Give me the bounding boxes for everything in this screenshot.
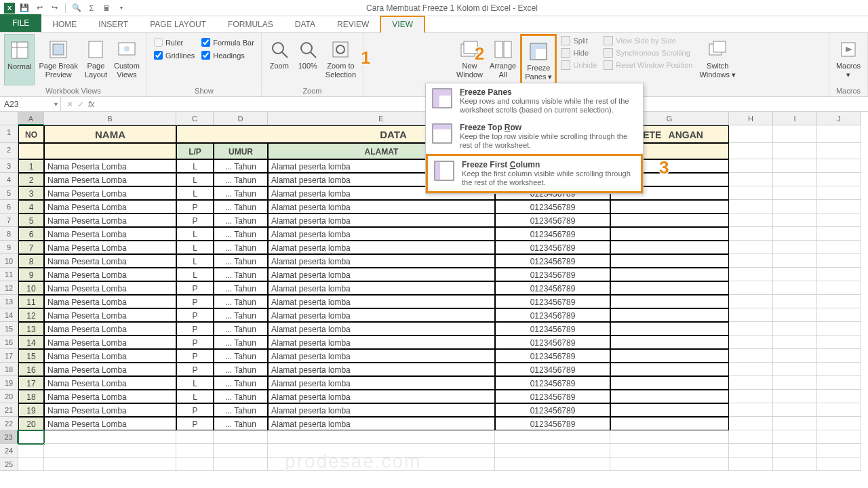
cell-umur[interactable]: ... Tahun [214,268,268,281]
tab-data[interactable]: DATA [284,17,326,32]
cell-alamat[interactable]: Alamat peserta lomba [268,281,495,295]
cell-no[interactable]: 3 [18,186,44,200]
cell-lp[interactable]: L [176,159,214,173]
cell[interactable] [176,458,214,471]
col-header-D[interactable]: D [214,112,268,125]
row-header[interactable]: 17 [0,349,18,363]
cell-umur[interactable]: ... Tahun [214,376,268,390]
undo-icon[interactable]: ↩ [34,3,45,14]
cell[interactable] [610,444,729,458]
row-header[interactable]: 7 [0,214,18,227]
cell[interactable] [773,403,817,417]
cell-nama[interactable]: Nama Peserta Lomba [44,281,176,295]
cell[interactable] [44,430,176,444]
cell[interactable] [773,268,817,281]
cell[interactable] [729,349,773,363]
cell[interactable] [773,295,817,308]
row-header[interactable]: 14 [0,308,18,322]
tab-file[interactable]: FILE [0,14,41,32]
cell[interactable] [729,173,773,186]
cell[interactable] [817,227,861,241]
cell-umur[interactable]: ... Tahun [214,363,268,376]
tab-formulas[interactable]: FORMULAS [217,17,284,32]
cell[interactable] [729,430,773,444]
gridlines-checkbox[interactable]: Gridlines [151,49,197,61]
cell-nama[interactable]: Nama Peserta Lomba [44,322,176,336]
cell[interactable] [773,159,817,173]
cell[interactable] [214,444,268,458]
switch-windows-button[interactable]: Switch Windows ▾ [696,34,738,85]
row-header[interactable]: 20 [0,390,18,403]
cell[interactable] [773,200,817,214]
freeze-first-column-item[interactable]: Freeze First Column Keep the first colum… [426,154,643,193]
cell-alamat[interactable]: Alamat peserta lomba [268,403,495,417]
cell-umur[interactable]: ... Tahun [214,241,268,254]
cell-ket[interactable] [610,376,729,390]
qat-dropdown-icon[interactable]: ▾ [116,3,127,14]
col-header-A[interactable]: A [18,112,44,125]
cell[interactable] [18,430,44,444]
normal-view-button[interactable]: Normal [4,34,35,85]
row-header[interactable]: 23 [0,430,18,444]
cell[interactable] [495,458,610,471]
cell-telp[interactable]: 0123456789 [495,322,610,336]
cell-no[interactable]: 2 [18,173,44,186]
cell-no[interactable]: 5 [18,214,44,227]
cell-umur[interactable]: ... Tahun [214,214,268,227]
tab-home[interactable]: HOME [41,17,87,32]
cell-telp[interactable]: 0123456789 [495,376,610,390]
cell[interactable] [729,159,773,173]
save-icon[interactable]: 💾 [19,3,30,14]
cell-ket[interactable] [610,322,729,336]
cell-telp[interactable]: 0123456789 [495,403,610,417]
cell-telp[interactable]: 0123456789 [495,241,610,254]
cell[interactable] [773,444,817,458]
cell[interactable] [18,444,44,458]
synchronous-scrolling-button[interactable]: Synchronous Scrolling [601,47,695,58]
cancel-formula-icon[interactable]: ✕ [66,100,73,109]
cell[interactable] [773,241,817,254]
cell[interactable] [729,268,773,281]
cell[interactable] [729,322,773,336]
cell-no[interactable]: 7 [18,241,44,254]
name-box-dropdown-icon[interactable]: ▼ [53,101,59,108]
cell[interactable] [817,444,861,458]
cell[interactable] [773,173,817,186]
cell[interactable] [817,214,861,227]
cell[interactable] [817,390,861,403]
cell[interactable] [610,430,729,444]
cell[interactable] [729,376,773,390]
cell-lp[interactable]: P [176,363,214,376]
cell-lp[interactable]: L [176,186,214,200]
cell-ket[interactable] [610,295,729,308]
cell-nama[interactable]: Nama Peserta Lomba [44,308,176,322]
cell[interactable] [773,430,817,444]
cell-no[interactable]: 15 [18,349,44,363]
cell-ket[interactable] [610,403,729,417]
cell[interactable] [817,186,861,200]
cell-alamat[interactable]: Alamat peserta lomba [268,376,495,390]
cell-nama[interactable]: Nama Peserta Lomba [44,376,176,390]
cell[interactable] [44,444,176,458]
cell[interactable] [817,349,861,363]
cell-alamat[interactable]: Alamat peserta lomba [268,363,495,376]
cell-nama[interactable]: Nama Peserta Lomba [44,336,176,349]
row-header[interactable]: 22 [0,417,18,430]
cell[interactable] [773,143,817,159]
calculator-icon[interactable]: 🖩 [101,3,112,14]
cell-lp[interactable]: L [176,390,214,403]
tab-review[interactable]: REVIEW [326,17,380,32]
cell[interactable] [44,143,176,159]
cell[interactable] [773,214,817,227]
cell-telp[interactable]: 0123456789 [495,281,610,295]
cell-alamat[interactable]: Alamat peserta lomba [268,200,495,214]
cell[interactable] [729,444,773,458]
cell-nama[interactable]: Nama Peserta Lomba [44,268,176,281]
select-all-button[interactable] [0,112,18,125]
cell-no[interactable]: 4 [18,200,44,214]
cell-alamat[interactable]: Alamat peserta lomba [268,349,495,363]
row-header[interactable]: 12 [0,281,18,295]
name-box[interactable]: A23 ▼ [0,97,61,112]
cell-nama[interactable]: Nama Peserta Lomba [44,390,176,403]
cell[interactable] [729,281,773,295]
